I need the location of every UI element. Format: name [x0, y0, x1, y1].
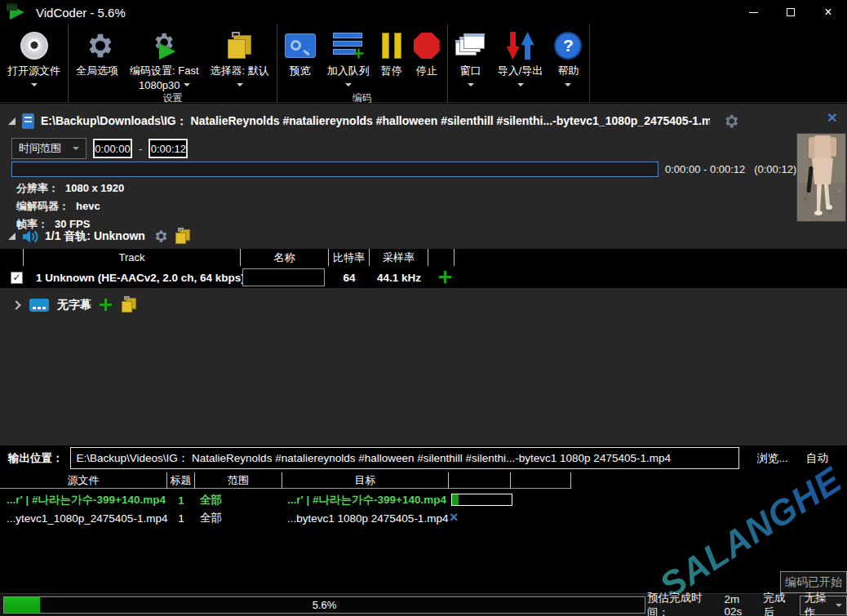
range-start-input[interactable]: 0:00:00: [93, 139, 132, 158]
output-location-label: 输出位置：: [8, 451, 64, 466]
toolbar-group-label-settings: 设置: [70, 91, 275, 104]
queue-row-encoding[interactable]: ...r' | #나라는가수-399+140.mp4 1 全部 ...r' | …: [0, 491, 571, 509]
source-path: E:\Backup\Downloads\IG： NatalieReynolds …: [41, 114, 710, 129]
title-bar: VidCoder - 5.6% ×: [0, 0, 847, 24]
seek-bar[interactable]: [11, 162, 659, 177]
subtitle-label: 无字幕: [57, 298, 91, 312]
source-settings-button[interactable]: [721, 113, 738, 130]
queue-col-range: 范围: [195, 472, 282, 489]
add-queue-icon: [333, 32, 364, 60]
close-button[interactable]: ×: [809, 0, 847, 24]
main-panel: E:\Backup\Downloads\IG： NatalieReynolds …: [0, 104, 847, 445]
import-export-button[interactable]: 导入/导出: [492, 26, 549, 91]
pause-icon: [382, 33, 401, 59]
eta-value: 2m 02s: [724, 593, 757, 616]
range-end-input[interactable]: 0:00:12: [149, 139, 188, 158]
picker-button[interactable]: 选择器: 默认: [205, 26, 275, 91]
preview-magnifier-icon: [285, 33, 316, 58]
queue-col-source: 源文件: [0, 472, 167, 489]
encoding-settings-button[interactable]: 编码设置: Fast 1080p30: [124, 26, 205, 91]
queue-col-title: 标题: [167, 472, 195, 489]
audio-table-header: Track 名称 比特率 采样率: [0, 249, 847, 266]
vidcoder-window: VidCoder - 5.6% × 打开源文件: [0, 0, 847, 616]
video-thumbnail: [796, 133, 846, 222]
maximize-button[interactable]: [772, 0, 809, 24]
global-options-button[interactable]: 全局选项: [70, 26, 124, 91]
minimize-button[interactable]: [734, 0, 772, 24]
status-bar-right: 预估完成时间： 2m 02s 完成后 无操作: [647, 594, 847, 616]
toast-notification: 编码已开始: [780, 571, 847, 593]
queue-job-progress: [451, 494, 512, 506]
chevron-down-icon: [184, 83, 190, 90]
add-audio-track-button[interactable]: [439, 271, 451, 283]
video-file-icon: [22, 113, 34, 129]
chevron-down-icon: [237, 83, 243, 90]
chevron-down-icon: [468, 83, 474, 90]
app-logo-icon: [7, 3, 28, 21]
status-bar: 5.6% 预估完成时间： 2m 02s 完成后 无操作: [0, 593, 847, 616]
audio-track-title: 1/1 音轨: Unknown: [45, 229, 145, 244]
audio-col-name: 名称: [241, 249, 329, 266]
after-complete-select[interactable]: 无操作: [800, 596, 847, 615]
eta-label: 预估完成时间：: [647, 591, 718, 616]
auto-button[interactable]: 自动: [806, 451, 828, 466]
window-title: VidCoder - 5.6%: [36, 6, 126, 20]
chevron-down-icon: [31, 83, 38, 90]
add-subtitle-button[interactable]: [100, 299, 112, 311]
audio-copy-button[interactable]: [174, 228, 192, 245]
subtitle-copy-button[interactable]: [120, 296, 138, 313]
queue-col-target: 目标: [282, 472, 449, 489]
audio-track-checkbox[interactable]: ✓: [11, 272, 23, 284]
window-controls: ×: [734, 0, 847, 24]
chevron-down-icon: [836, 604, 842, 610]
audio-samplerate-value: 44.1 kHz: [370, 272, 428, 284]
codec-label: 编解码器：: [16, 200, 69, 212]
queue-header: 源文件 标题 范围 目标: [0, 472, 571, 489]
toolbar-group-open: 打开源文件: [0, 24, 69, 102]
chevron-down-icon: [73, 147, 79, 153]
stop-icon: [414, 33, 440, 59]
audio-name-input[interactable]: [242, 268, 325, 286]
close-source-button[interactable]: ×: [827, 110, 837, 125]
codec-value: hevc: [76, 200, 100, 212]
range-dash: -: [139, 143, 142, 155]
encode-progress-text: 5.6%: [4, 597, 645, 613]
preview-button[interactable]: 预览: [279, 26, 322, 91]
chevron-down-icon: [565, 83, 571, 90]
windows-stack-icon: [455, 33, 486, 59]
import-export-arrows-icon: [507, 32, 534, 60]
minimize-icon: [749, 12, 758, 13]
toolbar-group-label-encode: 编码: [279, 91, 446, 104]
audio-settings-button[interactable]: [152, 228, 167, 244]
audio-track-row: ✓ 1 Unknown (HE-AACv2, 2.0 ch, 64 kbps) …: [0, 267, 847, 288]
toolbar-group-window: 窗口 导入/导出 ? 帮助: [448, 24, 591, 102]
subtitle-section: 无字幕: [13, 296, 138, 313]
gear-icon: [152, 228, 167, 244]
add-to-queue-button[interactable]: 加入队列: [322, 26, 375, 91]
expander-open-icon[interactable]: [8, 233, 16, 240]
toolbar-group-encode: 预览 加入队列 暂停 停止 编码: [277, 24, 448, 102]
windows-button[interactable]: 窗口: [450, 26, 492, 91]
audio-col-track: Track: [24, 249, 241, 266]
browse-button[interactable]: 浏览...: [757, 451, 788, 466]
gear-icon: [82, 30, 113, 61]
subtitle-icon: [29, 299, 49, 312]
queue-row-pending[interactable]: ...ytevc1_1080p_2475405-1.mp4 1 全部 ...by…: [0, 509, 571, 527]
audio-track-table: Track 名称 比特率 采样率 ✓ 1 Unknown (HE-AACv2, …: [0, 249, 847, 288]
expander-open-icon[interactable]: [8, 117, 16, 125]
maximize-icon: [787, 8, 795, 16]
close-icon: ×: [450, 509, 459, 525]
gear-icon: [721, 113, 738, 130]
audio-section-header: 1/1 音轨: Unknown: [8, 228, 192, 245]
output-path-input[interactable]: E:\Backup\Videos\IG： NatalieReynolds #na…: [70, 447, 739, 469]
chevron-down-icon: [517, 83, 524, 90]
check-icon: ✓: [12, 273, 20, 282]
after-complete-label: 完成后: [763, 591, 793, 616]
range-mode-select[interactable]: 时间范围: [11, 138, 86, 159]
pause-button[interactable]: 暂停: [375, 26, 408, 91]
stop-button[interactable]: 停止: [408, 26, 446, 91]
help-button[interactable]: ? 帮助: [548, 26, 588, 91]
expander-collapsed-icon[interactable]: [11, 300, 20, 309]
open-source-button[interactable]: 打开源文件: [2, 26, 66, 91]
remove-queue-item-button[interactable]: ×: [450, 509, 459, 526]
